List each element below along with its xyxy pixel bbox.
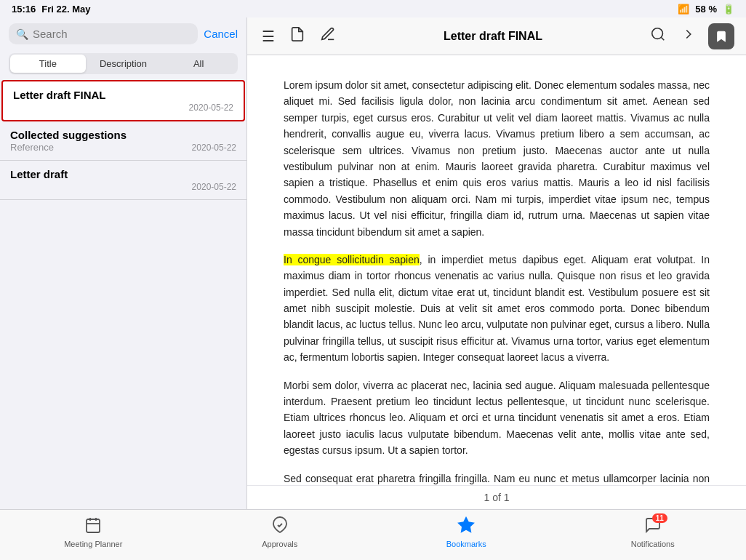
svg-marker-6	[459, 518, 473, 532]
segment-description[interactable]: Description	[86, 55, 161, 73]
paragraph-1: Lorem ipsum dolor sit amet, consectetur …	[284, 77, 710, 240]
document-list: Letter draft FINAL 2020-05-22 Collected …	[0, 80, 246, 509]
doc-date: 2020-05-22	[192, 143, 236, 153]
document-toolbar: ☰ Letter draft FINAL	[247, 17, 746, 55]
edit-icon[interactable]	[317, 23, 339, 49]
search-input-wrapper[interactable]: 🔍	[9, 23, 198, 44]
doc-date: 2020-05-22	[13, 103, 233, 113]
highlighted-text: In congue sollicitudin sapien	[284, 254, 420, 265]
doc-title: Collected suggestions	[10, 129, 127, 141]
approvals-icon	[271, 516, 289, 538]
page-indicator: 1 of 1	[247, 485, 746, 509]
approvals-label: Approvals	[262, 540, 297, 548]
main-container: 🔍 Cancel Title Description All Letter dr…	[0, 17, 746, 509]
cancel-button[interactable]: Cancel	[204, 28, 238, 40]
battery-icon: 🔋	[723, 4, 734, 15]
status-date: Fri 22. May	[41, 4, 90, 15]
list-item[interactable]: Letter draft 2020-05-22	[0, 161, 246, 200]
svg-rect-2	[87, 519, 100, 532]
notifications-icon: 11	[644, 516, 662, 538]
doc-subtitle: Reference	[10, 142, 54, 153]
list-item[interactable]: Collected suggestions Reference 2020-05-…	[0, 121, 246, 161]
svg-line-1	[661, 37, 664, 40]
doc-date: 2020-05-22	[10, 182, 236, 192]
status-time: 15:16	[12, 4, 36, 15]
search-bar: 🔍 Cancel	[0, 17, 246, 50]
list-item[interactable]: Letter draft FINAL 2020-05-22	[1, 80, 245, 121]
left-panel: 🔍 Cancel Title Description All Letter dr…	[0, 17, 247, 509]
toolbar-left: ☰	[259, 23, 339, 49]
bookmarks-icon	[457, 516, 475, 538]
notifications-badge: 11	[652, 513, 667, 523]
document-title: Letter draft FINAL	[339, 30, 647, 43]
doc-title: Letter draft	[10, 168, 236, 180]
meeting-planner-icon	[84, 516, 102, 538]
right-panel: ☰ Letter draft FINAL	[247, 17, 746, 509]
battery-level: 58 %	[695, 4, 717, 15]
search-input[interactable]	[33, 28, 190, 40]
nav-notifications[interactable]: 11 Notifications	[560, 516, 747, 548]
status-bar: 15:16 Fri 22. May 📶 58 % 🔋	[0, 0, 746, 17]
paragraph-3: Morbi sem dolor, viverra ac placerat nec…	[284, 377, 710, 459]
menu-icon[interactable]: ☰	[259, 25, 278, 48]
document-content: Lorem ipsum dolor sit amet, consectetur …	[247, 55, 746, 485]
meeting-planner-label: Meeting Planner	[64, 540, 122, 548]
forward-icon[interactable]	[678, 23, 699, 49]
doc-title: Letter draft FINAL	[13, 89, 233, 101]
bottom-nav: Meeting Planner Approvals Bookmarks 11 N…	[0, 509, 746, 560]
paragraph-2-highlighted: In congue sollicitudin sapien, in imperd…	[284, 252, 710, 366]
segment-title[interactable]: Title	[10, 55, 86, 73]
bookmarks-label: Bookmarks	[446, 540, 486, 548]
bookmark-panel-button[interactable]	[708, 23, 734, 49]
toolbar-right	[647, 23, 734, 49]
search-doc-icon[interactable]	[647, 23, 669, 49]
segment-control: Title Description All	[9, 53, 238, 74]
notifications-label: Notifications	[631, 540, 675, 548]
nav-bookmarks[interactable]: Bookmarks	[373, 516, 560, 548]
svg-point-0	[652, 28, 663, 39]
wifi-icon: 📶	[678, 4, 689, 15]
nav-meeting-planner[interactable]: Meeting Planner	[0, 516, 187, 548]
document-icon[interactable]	[286, 23, 308, 49]
nav-approvals[interactable]: Approvals	[187, 516, 374, 548]
paragraph-4: Sed consequat erat pharetra fringilla fr…	[284, 471, 710, 485]
search-icon: 🔍	[16, 28, 28, 40]
segment-all[interactable]: All	[161, 55, 236, 73]
